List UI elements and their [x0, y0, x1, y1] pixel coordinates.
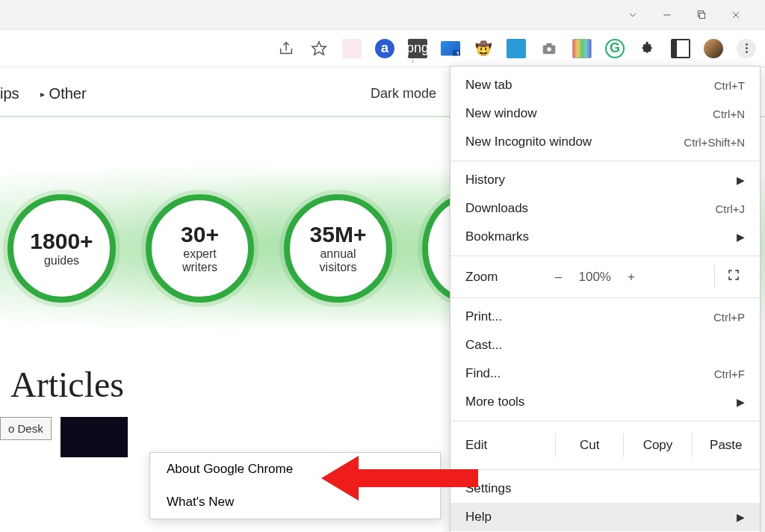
- side-panel-icon[interactable]: [671, 39, 690, 58]
- chevron-right-icon: ▶: [737, 511, 745, 523]
- chevron-right-icon: ▶: [737, 174, 745, 186]
- stat-writers: 30+ expert writers: [146, 194, 254, 303]
- svg-point-7: [547, 47, 551, 51]
- menu-history[interactable]: History▶: [450, 166, 760, 194]
- desk-button[interactable]: o Desk: [0, 417, 52, 440]
- window-controls-bar: [0, 0, 765, 30]
- submenu-whats-new[interactable]: What's New: [150, 486, 440, 519]
- chevron-right-icon: ▶: [737, 396, 745, 408]
- menu-print[interactable]: Print...Ctrl+P: [450, 303, 760, 331]
- svg-rect-8: [546, 43, 551, 46]
- profile-avatar-icon[interactable]: [704, 39, 723, 58]
- extension-png-icon[interactable]: png: [408, 39, 427, 58]
- caret-icon: ▸: [40, 89, 45, 99]
- menu-more-tools[interactable]: More tools▶: [450, 388, 760, 416]
- bookmark-star-icon[interactable]: [309, 39, 329, 58]
- chrome-menu: New tabCtrl+T New windowCtrl+N New Incog…: [450, 66, 761, 532]
- stat-visitors: 35M+ annual visitors: [284, 194, 392, 303]
- menu-new-tab[interactable]: New tabCtrl+T: [450, 71, 760, 99]
- stat-guides: 1800+ guides: [7, 194, 116, 303]
- svg-marker-5: [312, 41, 326, 54]
- menu-cast[interactable]: Cast...: [450, 331, 760, 359]
- zoom-out-button[interactable]: –: [555, 270, 562, 285]
- menu-new-window[interactable]: New windowCtrl+N: [450, 99, 760, 128]
- menu-bookmarks[interactable]: Bookmarks▶: [450, 223, 760, 251]
- close-icon[interactable]: [729, 8, 743, 22]
- menu-incognito[interactable]: New Incognito windowCtrl+Shift+N: [450, 128, 760, 156]
- extension-tag-icon[interactable]: [507, 39, 526, 58]
- extension-mail-icon[interactable]: 1: [441, 39, 460, 58]
- extension-a-icon[interactable]: a: [375, 39, 394, 58]
- minimize-icon[interactable]: [660, 8, 674, 22]
- chevron-down-icon[interactable]: [626, 8, 639, 22]
- maximize-icon[interactable]: [695, 8, 708, 22]
- help-submenu: About Google Chrome What's New: [149, 452, 441, 519]
- menu-settings[interactable]: Settings: [450, 474, 760, 503]
- dark-mode-toggle[interactable]: Dark mode: [371, 86, 436, 102]
- article-thumbnail[interactable]: [61, 417, 128, 457]
- share-icon[interactable]: [276, 39, 296, 58]
- submenu-about-chrome[interactable]: About Google Chrome: [150, 453, 440, 486]
- extension-rainbow-icon[interactable]: [572, 39, 592, 58]
- menu-find[interactable]: Find...Ctrl+F: [450, 359, 760, 388]
- menu-kebab-icon[interactable]: [737, 39, 756, 58]
- extension-hat-icon[interactable]: 🤠: [474, 39, 493, 58]
- zoom-value: 100%: [578, 270, 610, 285]
- extension-grammarly-icon[interactable]: G: [605, 39, 625, 58]
- menu-downloads[interactable]: DownloadsCtrl+J: [450, 194, 760, 223]
- menu-copy[interactable]: Copy: [623, 433, 691, 457]
- extension-camera-icon[interactable]: [539, 39, 559, 58]
- zoom-in-button[interactable]: +: [628, 270, 635, 285]
- nav-item-other[interactable]: ▸Other: [40, 85, 87, 102]
- extensions-puzzle-icon[interactable]: [638, 39, 657, 58]
- menu-paste[interactable]: Paste: [692, 433, 760, 457]
- menu-edit-row: Edit Cut Copy Paste: [450, 426, 760, 465]
- browser-toolbar: a png 1 🤠 G: [0, 30, 765, 67]
- menu-cut[interactable]: Cut: [555, 433, 623, 457]
- extension-pink-icon[interactable]: [342, 39, 362, 58]
- menu-help[interactable]: Help▶: [450, 503, 760, 531]
- mail-badge: 1: [453, 50, 463, 61]
- chevron-right-icon: ▶: [737, 231, 745, 243]
- menu-zoom: Zoom – 100% +: [450, 261, 760, 293]
- fullscreen-icon[interactable]: [714, 265, 752, 288]
- nav-item-tips[interactable]: ips: [0, 85, 19, 102]
- svg-rect-2: [699, 13, 704, 18]
